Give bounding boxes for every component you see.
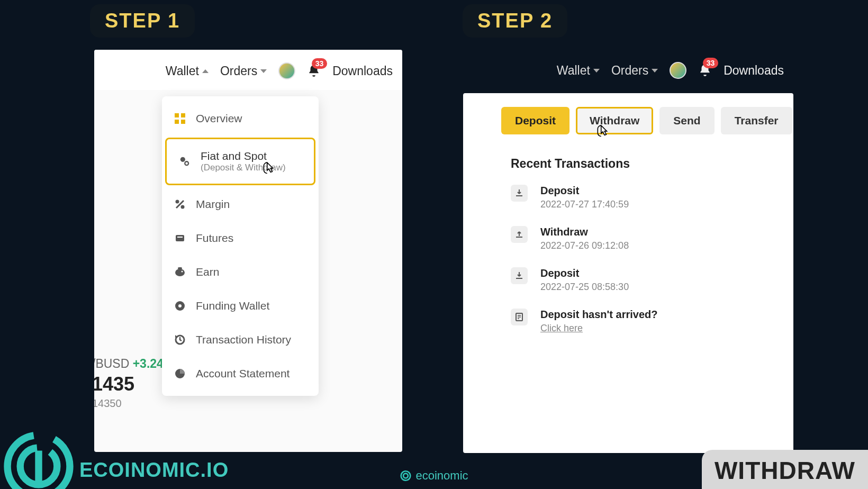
brand-center: ecoinomic [400,469,468,483]
tx-time: 2022-07-25 08:58:30 [540,282,629,293]
avatar-2[interactable] [670,62,686,79]
svg-rect-22 [35,451,42,482]
svg-point-16 [178,304,182,307]
orders-nav-label: Orders [220,64,257,78]
notif-badge-2: 33 [703,58,719,68]
circle-icon [174,300,186,312]
downloads-link-2[interactable]: Downloads [724,64,784,78]
brand-url: ECOINOMIC.IO [79,459,229,482]
caret-down-icon [593,69,600,73]
piggy-icon [174,266,186,278]
dd-funding[interactable]: Funding Wallet [162,289,319,323]
dd-margin[interactable]: Margin [162,187,319,221]
svg-point-6 [185,162,188,165]
rt-title: Recent Transactions [511,157,772,171]
svg-point-24 [403,474,408,478]
upload-icon [511,226,528,243]
corner-label: WITHDRAW [702,450,868,489]
cursor-icon [597,125,609,140]
svg-rect-0 [175,113,179,117]
wallet-dropdown: Overview Fiat and Spot (Deposit & Withdr… [162,96,319,396]
pct-change: +3.24 [133,357,164,370]
tx-time: 2022-07-27 17:40:59 [540,199,629,210]
svg-rect-14 [178,267,182,269]
wallet-nav-2[interactable]: Wallet [557,64,600,78]
caret-down-icon [260,69,267,73]
withdraw-button[interactable]: Withdraw [576,107,653,134]
dd-earn-label: Earn [196,266,219,278]
recent-transactions: Recent Transactions Deposit 2022-07-27 1… [463,147,793,334]
svg-rect-3 [181,120,185,124]
step-2-badge: STEP 2 [463,4,567,38]
dd-margin-label: Margin [196,198,230,211]
svg-point-4 [180,157,185,162]
svg-rect-1 [181,113,185,117]
dd-txhist-label: Transaction History [196,333,291,346]
step1-topbar: Wallet Orders 33 Downloads [94,50,402,90]
caret-down-icon [652,69,658,73]
downloads-link[interactable]: Downloads [332,64,393,78]
dd-overview-label: Overview [196,112,242,125]
receipt-icon [511,309,528,325]
transfer-button[interactable]: Transfer [721,107,792,134]
svg-point-7 [176,200,179,204]
action-row: Deposit Withdraw Send Transfer Tra [463,93,793,147]
dd-futures[interactable]: Futures [162,221,319,255]
percent-icon [174,198,186,211]
orders-nav-2[interactable]: Orders [611,64,658,78]
wallet-nav-2-label: Wallet [557,64,590,78]
svg-point-8 [181,205,185,209]
svg-rect-11 [177,237,183,238]
orders-nav[interactable]: Orders [220,64,267,78]
orders-nav-2-label: Orders [611,64,648,78]
dd-acct-label: Account Statement [196,367,290,380]
svg-point-23 [401,471,411,481]
notif-badge: 33 [312,58,328,69]
caret-up-icon [202,69,209,73]
tx-time: 2022-07-26 09:12:08 [540,240,629,251]
brand-logo-icon [3,431,74,489]
dd-funding-label: Funding Wallet [196,300,269,312]
cursor-icon [263,162,275,177]
pair-label: /BUSD [94,357,129,370]
download-icon [511,185,528,202]
step-1-badge: STEP 1 [90,4,195,38]
tx-type: Deposit [540,267,629,279]
tx-type: Deposit [540,185,629,197]
tx-type: Withdraw [540,226,629,238]
notifications-button-2[interactable]: 33 [698,63,712,78]
svg-point-12 [175,269,185,276]
download-icon [511,267,528,284]
avatar[interactable] [278,62,295,79]
deposit-button[interactable]: Deposit [501,107,569,134]
dd-acct[interactable]: Account Statement [162,357,319,391]
wallet-nav-label: Wallet [166,64,199,78]
dd-fiat-spot[interactable]: Fiat and Spot (Deposit & Withdraw) [165,138,315,185]
dd-futures-label: Futures [196,232,233,245]
step1-panel: Wallet Orders 33 Downloads /BUSD +3.24 1… [94,50,402,452]
dd-txhist[interactable]: Transaction History [162,323,319,357]
dd-earn[interactable]: Earn [162,255,319,289]
svg-rect-2 [175,120,179,124]
help-link[interactable]: Click here [540,323,657,334]
notifications-button[interactable]: 33 [307,64,321,78]
step2-panel: Deposit Withdraw Send Transfer Tra Recen… [463,93,793,453]
tx-row[interactable]: Withdraw 2022-07-26 09:12:08 [511,226,772,251]
svg-point-13 [182,271,183,273]
send-button[interactable]: Send [659,107,714,134]
dd-fiat-title: Fiat and Spot [201,150,286,162]
small-price: 14350 [94,397,164,410]
svg-rect-10 [176,235,184,241]
help-row: Deposit hasn't arrived? Click here [511,309,772,334]
brand-small-icon [400,470,411,482]
dd-overview[interactable]: Overview [162,102,319,135]
bg-price-widget: /BUSD +3.24 1435 14350 [94,357,164,410]
swap-icon [178,155,191,168]
step2-topbar: Wallet Orders 33 Downloads [463,48,793,93]
tx-row[interactable]: Deposit 2022-07-27 17:40:59 [511,185,772,210]
tx-row[interactable]: Deposit 2022-07-25 08:58:30 [511,267,772,293]
help-title: Deposit hasn't arrived? [540,309,657,321]
wallet-nav[interactable]: Wallet [166,64,209,78]
history-icon [174,333,186,346]
pie-icon [174,367,186,380]
